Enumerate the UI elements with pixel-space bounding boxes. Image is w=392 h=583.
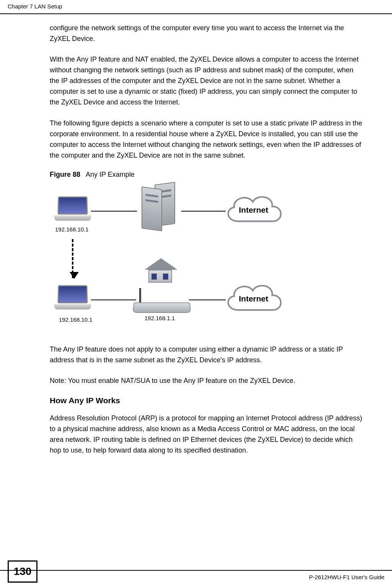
figure-caption: Figure 88 Any IP Example: [50, 171, 363, 179]
figure-title: Any IP Example: [86, 171, 135, 178]
page-header: Chapter 7 LAN Setup: [0, 0, 392, 14]
paragraph-4: The Any IP feature does not apply to a c…: [50, 344, 363, 365]
laptop-icon: [54, 285, 92, 312]
note-text: Note: You must enable NAT/SUA to use the…: [50, 375, 363, 386]
figure-any-ip-example: Internet 192.168.10.1 Internet 192.168.1…: [50, 185, 294, 334]
laptop-icon: [54, 196, 92, 223]
servers-icon: [135, 186, 184, 231]
house-icon: [145, 257, 177, 283]
cloud-icon: Internet: [223, 191, 285, 230]
router-icon: [133, 283, 190, 313]
cloud-label-bottom: Internet: [223, 294, 285, 303]
connector-line: [91, 211, 137, 212]
ip-label-bottom-laptop: 192.168.10.1: [59, 316, 93, 323]
page-footer: P-2612HWU-F1 User's Guide: [0, 570, 392, 580]
ip-label-top-laptop: 192.168.10.1: [55, 226, 89, 233]
cloud-icon: Internet: [223, 280, 285, 319]
paragraph-2: With the Any IP feature and NAT enabled,…: [50, 54, 363, 107]
paragraph-3: The following figure depicts a scenario …: [50, 118, 363, 161]
connector-line: [91, 300, 136, 300]
paragraph-1: configure the network settings of the co…: [50, 23, 363, 44]
paragraph-5: Address Resolution Protocol (ARP) is a p…: [50, 413, 363, 456]
subheading-how-any-ip-works: How Any IP Works: [50, 396, 363, 405]
footer-guide-title: P-2612HWU-F1 User's Guide: [309, 573, 384, 580]
dashed-arrow-down-icon: [72, 239, 73, 278]
figure-label: Figure 88: [50, 171, 80, 178]
page-content: configure the network settings of the co…: [0, 14, 377, 456]
ip-label-router: 192.168.1.1: [145, 315, 175, 321]
connector-line: [189, 300, 226, 300]
chapter-title: Chapter 7 LAN Setup: [8, 3, 62, 10]
connector-line: [181, 211, 226, 212]
cloud-label-top: Internet: [223, 205, 285, 215]
